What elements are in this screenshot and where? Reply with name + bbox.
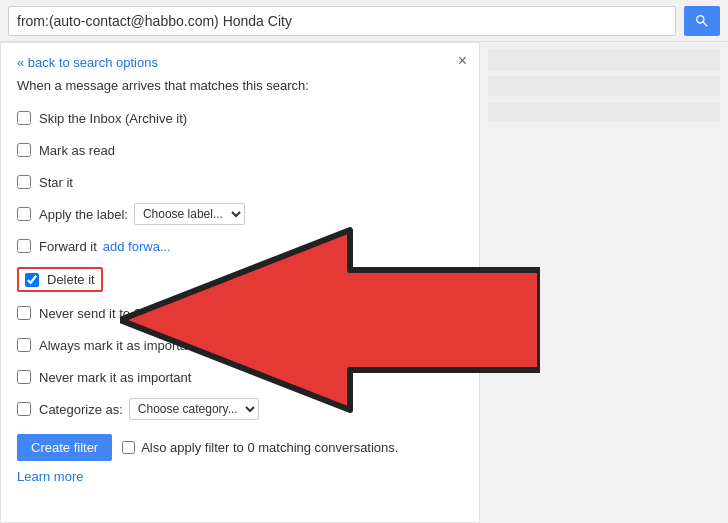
apply-row: Create filter Also apply filter to 0 mat… (17, 434, 463, 461)
apply-existing-label: Also apply filter to 0 matching conversa… (141, 440, 398, 455)
option-delete-it: Delete it (17, 267, 463, 292)
back-to-search-link[interactable]: « back to search options (17, 55, 158, 70)
option-apply-label: Apply the label: Choose label... (17, 203, 463, 225)
option-star-it: Star it (17, 171, 463, 193)
forward-it-checkbox[interactable] (17, 239, 31, 253)
search-button[interactable] (684, 6, 720, 36)
never-important-checkbox[interactable] (17, 370, 31, 384)
search-bar (0, 0, 728, 42)
learn-more-link[interactable]: Learn more (17, 469, 463, 484)
option-never-important: Never mark it as important (17, 366, 463, 388)
search-icon (694, 13, 710, 29)
star-it-label: Star it (39, 175, 73, 190)
option-skip-inbox: Skip the Inbox (Archive it) (17, 107, 463, 129)
main-content: « back to search options × When a messag… (0, 42, 728, 523)
close-button[interactable]: × (458, 53, 467, 69)
add-forward-link[interactable]: add forwa... (103, 239, 171, 254)
mark-read-label: Mark as read (39, 143, 115, 158)
right-sidebar (480, 42, 728, 523)
never-spam-label: Never send it to Spam (39, 306, 168, 321)
option-categorize: Categorize as: Choose category... (17, 398, 463, 420)
delete-it-checkbox[interactable] (25, 273, 39, 287)
star-it-checkbox[interactable] (17, 175, 31, 189)
categorize-label: Categorize as: (39, 402, 123, 417)
delete-it-box: Delete it (17, 267, 103, 292)
option-always-important: Always mark it as important (17, 334, 463, 356)
never-important-label: Never mark it as important (39, 370, 191, 385)
option-forward-it: Forward it add forwa... (17, 235, 463, 257)
create-filter-button[interactable]: Create filter (17, 434, 112, 461)
search-input[interactable] (17, 13, 667, 29)
delete-it-label: Delete it (47, 272, 95, 287)
filter-panel: « back to search options × When a messag… (0, 42, 480, 523)
always-important-label: Always mark it as important (39, 338, 198, 353)
skip-inbox-checkbox[interactable] (17, 111, 31, 125)
categorize-checkbox[interactable] (17, 402, 31, 416)
mark-read-checkbox[interactable] (17, 143, 31, 157)
option-mark-read: Mark as read (17, 139, 463, 161)
label-select[interactable]: Choose label... (134, 203, 245, 225)
sidebar-strip-2 (488, 76, 720, 96)
skip-inbox-label: Skip the Inbox (Archive it) (39, 111, 187, 126)
category-select[interactable]: Choose category... (129, 398, 259, 420)
apply-label-checkbox[interactable] (17, 207, 31, 221)
option-never-spam: Never send it to Spam (17, 302, 463, 324)
forward-it-label: Forward it (39, 239, 97, 254)
search-input-wrapper (8, 6, 676, 36)
apply-existing-checkbox[interactable] (122, 441, 135, 454)
filter-description: When a message arrives that matches this… (17, 78, 463, 93)
sidebar-strip-1 (488, 50, 720, 70)
sidebar-strip-3 (488, 102, 720, 122)
never-spam-checkbox[interactable] (17, 306, 31, 320)
apply-label-label: Apply the label: (39, 207, 128, 222)
always-important-checkbox[interactable] (17, 338, 31, 352)
